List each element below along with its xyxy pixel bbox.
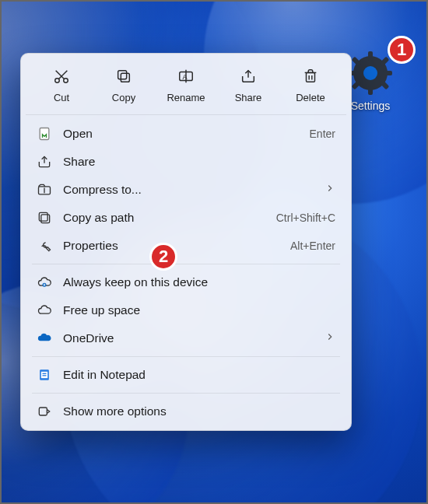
svg-rect-31 bbox=[41, 372, 47, 378]
rename-button[interactable]: A Rename bbox=[160, 65, 212, 107]
menu-item-onedrive[interactable]: OneDrive bbox=[26, 324, 346, 352]
menu-item-copy-as-path[interactable]: Copy as path Ctrl+Shift+C bbox=[26, 204, 346, 232]
menu-item-label: Share bbox=[63, 155, 335, 169]
svg-rect-3 bbox=[368, 86, 373, 95]
annotation-badge-1: 1 bbox=[388, 36, 416, 64]
share-icon bbox=[240, 68, 257, 87]
menu-item-properties[interactable]: Properties Alt+Enter bbox=[26, 232, 346, 260]
menu-separator bbox=[32, 264, 340, 264]
rename-icon: A bbox=[177, 68, 195, 87]
cut-label: Cut bbox=[54, 92, 69, 103]
share-button[interactable]: Share bbox=[222, 65, 275, 107]
onedrive-icon bbox=[37, 331, 52, 346]
svg-point-1 bbox=[363, 66, 377, 80]
copy-path-icon bbox=[37, 210, 52, 226]
svg-rect-28 bbox=[39, 212, 47, 221]
context-menu-toolbar: Cut Copy A Rename Share Delete bbox=[26, 61, 346, 115]
menu-separator bbox=[32, 356, 340, 357]
scissors-icon bbox=[53, 68, 70, 87]
menu-item-label: Compress to... bbox=[63, 183, 314, 197]
menu-item-show-more-options[interactable]: Show more options bbox=[26, 397, 346, 425]
menu-separator bbox=[32, 393, 340, 394]
gear-icon bbox=[349, 51, 392, 95]
share-label: Share bbox=[235, 92, 262, 103]
menu-item-open[interactable]: Open Enter bbox=[26, 120, 346, 148]
svg-point-11 bbox=[64, 79, 68, 83]
menu-item-shortcut: Ctrl+Shift+C bbox=[276, 212, 335, 224]
svg-rect-14 bbox=[121, 73, 129, 82]
menu-item-label: OneDrive bbox=[63, 331, 314, 345]
menu-item-label: Always keep on this device bbox=[63, 275, 335, 289]
wrench-icon bbox=[37, 238, 52, 254]
svg-rect-15 bbox=[118, 71, 127, 79]
cut-button[interactable]: Cut bbox=[35, 65, 88, 107]
share-arrow-icon bbox=[37, 154, 52, 170]
menu-item-shortcut: Alt+Enter bbox=[290, 240, 335, 252]
context-menu: Cut Copy A Rename Share Delete Open Ente… bbox=[20, 53, 352, 431]
svg-rect-20 bbox=[307, 72, 315, 82]
annotation-badge-2: 2 bbox=[149, 243, 177, 271]
rename-label: Rename bbox=[167, 92, 205, 103]
chevron-right-icon bbox=[325, 331, 335, 345]
copy-label: Copy bbox=[112, 92, 135, 103]
open-icon bbox=[37, 126, 52, 142]
menu-item-label: Copy as path bbox=[63, 211, 265, 225]
copy-button[interactable]: Copy bbox=[97, 65, 150, 107]
zip-icon bbox=[37, 182, 52, 198]
menu-item-edit-in-notepad[interactable]: Edit in Notepad bbox=[26, 361, 346, 389]
more-options-icon bbox=[37, 404, 52, 419]
cloud-keep-icon bbox=[37, 275, 52, 290]
svg-rect-2 bbox=[368, 51, 373, 61]
menu-item-always-keep[interactable]: Always keep on this device bbox=[26, 268, 346, 296]
cloud-icon bbox=[37, 303, 52, 318]
menu-item-label: Edit in Notepad bbox=[63, 368, 335, 382]
notepad-icon bbox=[37, 367, 52, 383]
menu-item-compress[interactable]: Compress to... bbox=[26, 176, 346, 204]
delete-label: Delete bbox=[296, 92, 325, 103]
menu-item-free-up-space[interactable]: Free up space bbox=[26, 296, 346, 324]
svg-point-10 bbox=[55, 79, 60, 83]
menu-item-label: Free up space bbox=[63, 303, 335, 317]
copy-icon bbox=[115, 68, 132, 87]
svg-rect-34 bbox=[39, 408, 47, 415]
svg-rect-27 bbox=[41, 215, 50, 223]
svg-rect-23 bbox=[40, 128, 49, 140]
svg-text:A: A bbox=[182, 73, 188, 81]
menu-item-label: Show more options bbox=[63, 404, 335, 418]
menu-item-label: Open bbox=[63, 127, 299, 141]
chevron-right-icon bbox=[325, 183, 335, 197]
menu-item-shortcut: Enter bbox=[310, 128, 335, 140]
trash-icon bbox=[302, 68, 319, 87]
svg-rect-5 bbox=[383, 71, 392, 75]
delete-button[interactable]: Delete bbox=[284, 65, 337, 107]
menu-item-share[interactable]: Share bbox=[26, 148, 346, 176]
